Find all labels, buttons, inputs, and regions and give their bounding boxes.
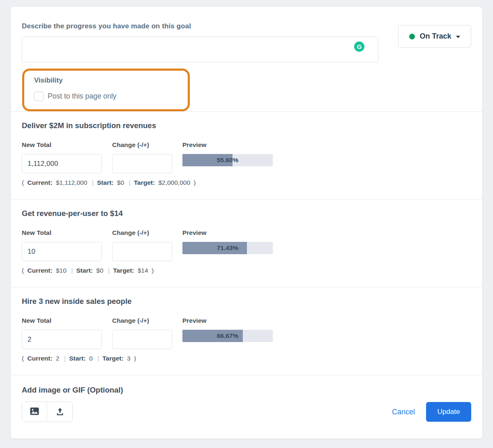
attachment-button-group bbox=[22, 402, 73, 422]
upload-button[interactable] bbox=[47, 402, 72, 422]
preview-label: Preview bbox=[182, 317, 273, 324]
grammarly-icon: G bbox=[354, 41, 364, 52]
visibility-checkbox[interactable] bbox=[34, 92, 44, 101]
change-label: Change (-/+) bbox=[112, 317, 172, 324]
goal-section: Get revenue-per-user to $14 New Total Ch… bbox=[11, 199, 482, 287]
image-icon bbox=[30, 407, 39, 416]
new-total-input[interactable] bbox=[22, 330, 102, 349]
visibility-label: Visibility bbox=[34, 76, 188, 85]
meta-start-value: $0 bbox=[96, 267, 103, 274]
new-total-label: New Total bbox=[22, 229, 102, 237]
upload-icon bbox=[55, 407, 65, 417]
meta-start-label: Start: bbox=[69, 355, 85, 362]
new-total-label: New Total bbox=[22, 317, 102, 324]
meta-current-value: $10 bbox=[56, 267, 67, 274]
goal-title: Get revenue-per-user to $14 bbox=[22, 209, 471, 218]
goal-title: Deliver $2M in subscription revenues bbox=[22, 121, 471, 130]
meta-current-label: Current: bbox=[27, 267, 52, 274]
status-dropdown[interactable]: On Track bbox=[398, 25, 471, 48]
meta-target-value: 3 bbox=[127, 355, 131, 362]
goal-section: Hire 3 new inside sales people New Total… bbox=[11, 287, 482, 375]
add-image-label: Add image or GIF (Optional) bbox=[22, 386, 471, 395]
meta-current-value: 2 bbox=[56, 355, 60, 362]
goals-container: Deliver $2M in subscription revenues New… bbox=[11, 111, 482, 375]
meta-start-label: Start: bbox=[97, 179, 113, 186]
preview-label: Preview bbox=[182, 141, 273, 149]
meta-current-label: Current: bbox=[27, 179, 52, 186]
goal-update-card: Describe the progress you have made on t… bbox=[10, 6, 483, 439]
meta-paren-close: ) bbox=[134, 355, 136, 362]
progress-percent: 55.60% bbox=[182, 154, 273, 166]
meta-target-value: $14 bbox=[138, 267, 148, 274]
change-input[interactable] bbox=[112, 330, 172, 349]
change-input[interactable] bbox=[112, 154, 172, 173]
meta-target-value: $2,000,000 bbox=[158, 179, 190, 186]
meta-separator: | bbox=[129, 179, 130, 186]
meta-separator: | bbox=[97, 355, 99, 362]
meta-current-label: Current: bbox=[27, 355, 52, 362]
change-label: Change (-/+) bbox=[112, 141, 172, 149]
header-section: Describe the progress you have made on t… bbox=[11, 7, 482, 64]
meta-target-label: Target: bbox=[134, 179, 155, 186]
meta-separator: | bbox=[64, 355, 66, 362]
meta-paren-open: ( bbox=[22, 179, 24, 186]
meta-current-value: $1,112,000 bbox=[56, 179, 87, 186]
new-total-input[interactable] bbox=[22, 242, 102, 261]
status-dot-icon bbox=[409, 34, 415, 39]
meta-paren-close: ) bbox=[194, 179, 196, 186]
meta-separator: | bbox=[108, 267, 110, 274]
change-input[interactable] bbox=[112, 242, 172, 261]
describe-progress-label: Describe the progress you have made on t… bbox=[22, 22, 378, 30]
meta-paren-open: ( bbox=[22, 267, 24, 274]
meta-target-label: Target: bbox=[102, 355, 123, 362]
progress-percent: 71.43% bbox=[182, 242, 273, 254]
visibility-checkbox-label: Post to this page only bbox=[48, 92, 116, 101]
meta-target-label: Target: bbox=[113, 267, 134, 274]
chevron-down-icon bbox=[456, 36, 460, 38]
progress-bar: 55.60% bbox=[182, 154, 273, 166]
meta-separator: | bbox=[71, 267, 73, 274]
progress-bar: 71.43% bbox=[182, 242, 273, 254]
add-image-button[interactable] bbox=[22, 402, 47, 422]
new-total-label: New Total bbox=[22, 141, 102, 149]
status-label: On Track bbox=[419, 32, 451, 41]
visibility-section: Visibility Post to this page only bbox=[11, 64, 482, 111]
goal-meta: ( Current: 2 | Start: 0 | Target: 3 ) bbox=[22, 355, 471, 362]
goal-section: Deliver $2M in subscription revenues New… bbox=[11, 111, 482, 199]
preview-label: Preview bbox=[182, 229, 273, 237]
update-button[interactable]: Update bbox=[426, 402, 471, 422]
progress-percent: 66.67% bbox=[182, 330, 273, 342]
new-total-input[interactable] bbox=[22, 154, 102, 173]
progress-note-textarea[interactable] bbox=[22, 37, 378, 62]
meta-start-value: 0 bbox=[89, 355, 93, 362]
goal-title: Hire 3 new inside sales people bbox=[22, 297, 471, 306]
footer-section: Add image or GIF (Optional) bbox=[11, 375, 482, 439]
meta-paren-close: ) bbox=[152, 267, 154, 274]
cancel-button[interactable]: Cancel bbox=[392, 408, 415, 416]
meta-start-value: $0 bbox=[117, 179, 124, 186]
progress-bar: 66.67% bbox=[182, 330, 273, 342]
visibility-highlight-box: Visibility Post to this page only bbox=[22, 69, 190, 111]
meta-separator: | bbox=[92, 179, 94, 186]
meta-paren-open: ( bbox=[22, 355, 24, 362]
change-label: Change (-/+) bbox=[112, 229, 172, 237]
meta-start-label: Start: bbox=[76, 267, 92, 274]
goal-meta: ( Current: $10 | Start: $0 | Target: $14… bbox=[22, 267, 471, 274]
goal-meta: ( Current: $1,112,000 | Start: $0 | Targ… bbox=[22, 179, 471, 186]
